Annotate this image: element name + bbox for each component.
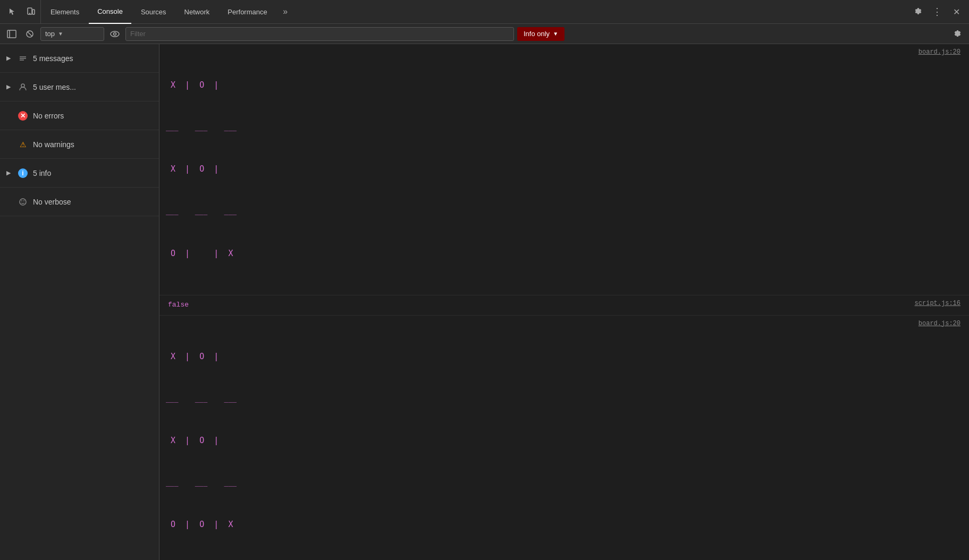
messages-icon bbox=[18, 54, 28, 63]
tab-sources[interactable]: Sources bbox=[132, 0, 175, 24]
board-2-content: X | O | ___ ___ ___ X | O | ___ ___ ___ … bbox=[164, 318, 914, 560]
sidebar-item-user-messages[interactable]: ▶ 5 user mes... bbox=[0, 73, 159, 101]
sidebar: ▶ 5 messages ▶ 5 user mes... bbox=[0, 44, 159, 560]
info-only-label: Info only bbox=[524, 30, 550, 38]
svg-point-8 bbox=[114, 32, 116, 35]
sidebar-item-errors[interactable]: ▶ ✕ No errors bbox=[0, 101, 159, 130]
pointer-icon[interactable] bbox=[4, 3, 21, 20]
info-only-button[interactable]: Info only ▼ bbox=[517, 27, 564, 41]
device-icon[interactable] bbox=[22, 3, 39, 20]
warning-icon: ⚠ bbox=[18, 140, 28, 149]
user-messages-label: 5 user mes... bbox=[33, 83, 76, 91]
svg-point-2 bbox=[30, 13, 30, 14]
info-label: 5 info bbox=[33, 169, 51, 177]
false-link[interactable]: script.js:16 bbox=[911, 298, 965, 309]
tab-console[interactable]: Console bbox=[89, 0, 131, 24]
tab-performance[interactable]: Performance bbox=[219, 0, 275, 24]
tab-network[interactable]: Network bbox=[176, 0, 218, 24]
console-toolbar: top ▼ Info only ▼ bbox=[0, 24, 969, 44]
sidebar-toggle-icon[interactable] bbox=[4, 27, 19, 41]
expand-messages-icon: ▶ bbox=[6, 55, 13, 62]
console-output: X | O | ___ ___ ___ X | O | ___ ___ ___ … bbox=[159, 44, 969, 560]
close-icon[interactable]: ✕ bbox=[948, 3, 965, 20]
verbose-label: No verbose bbox=[33, 198, 71, 206]
error-icon: ✕ bbox=[18, 111, 28, 121]
info-icon: i bbox=[18, 168, 28, 178]
verbose-icon bbox=[18, 197, 28, 207]
errors-label: No errors bbox=[33, 112, 64, 120]
clear-console-icon[interactable] bbox=[22, 27, 37, 41]
false-content: false bbox=[164, 298, 911, 313]
sidebar-item-messages[interactable]: ▶ 5 messages bbox=[0, 44, 159, 73]
svg-point-7 bbox=[111, 31, 119, 37]
svg-point-12 bbox=[21, 84, 24, 87]
main-content: ▶ 5 messages ▶ 5 user mes... bbox=[0, 44, 969, 560]
filter-input[interactable] bbox=[125, 27, 514, 41]
svg-rect-1 bbox=[32, 10, 35, 14]
tab-elements[interactable]: Elements bbox=[42, 0, 88, 24]
context-chevron-icon: ▼ bbox=[58, 31, 63, 37]
board-1-content: X | O | ___ ___ ___ X | O | ___ ___ ___ … bbox=[164, 46, 914, 293]
sidebar-item-verbose[interactable]: ▶ No verbose bbox=[0, 188, 159, 216]
sidebar-item-info[interactable]: ▶ i 5 info bbox=[0, 159, 159, 188]
messages-label: 5 messages bbox=[33, 54, 73, 63]
info-only-chevron-icon: ▼ bbox=[553, 31, 558, 37]
expand-info-icon: ▶ bbox=[6, 169, 13, 176]
console-settings-icon[interactable] bbox=[950, 27, 965, 41]
svg-rect-3 bbox=[7, 30, 16, 38]
board-1-link[interactable]: board.js:20 bbox=[914, 46, 965, 58]
more-tabs-icon[interactable]: » bbox=[277, 3, 294, 20]
context-selector[interactable]: top ▼ bbox=[40, 27, 104, 41]
context-value: top bbox=[45, 30, 55, 38]
svg-line-6 bbox=[28, 32, 32, 36]
user-icon bbox=[18, 82, 28, 92]
top-toolbar: Elements Console Sources Network Perform… bbox=[0, 0, 969, 24]
menu-icon[interactable]: ⋮ bbox=[929, 3, 946, 20]
svg-point-13 bbox=[20, 199, 26, 205]
warnings-label: No warnings bbox=[33, 140, 74, 149]
console-entry-board-2: X | O | ___ ___ ___ X | O | ___ ___ ___ … bbox=[159, 316, 969, 560]
expand-user-messages-icon: ▶ bbox=[6, 83, 13, 90]
sidebar-item-warnings[interactable]: ▶ ⚠ No warnings bbox=[0, 130, 159, 159]
board-2-link[interactable]: board.js:20 bbox=[914, 318, 965, 329]
console-entry-board-1: X | O | ___ ___ ___ X | O | ___ ___ ___ … bbox=[159, 44, 969, 295]
eye-icon[interactable] bbox=[107, 27, 122, 41]
console-entry-false: false script.js:16 bbox=[159, 295, 969, 316]
settings-icon[interactable] bbox=[909, 3, 926, 20]
